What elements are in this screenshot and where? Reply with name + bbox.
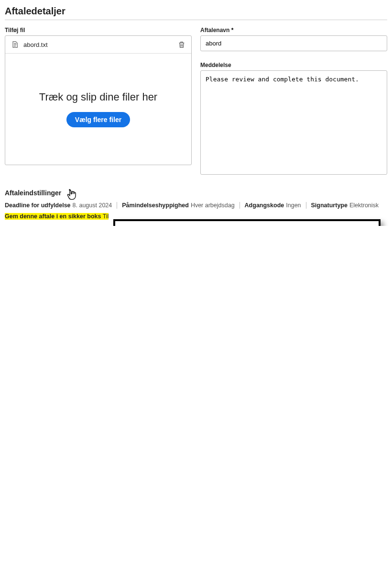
signature-label: Signaturtype bbox=[311, 202, 348, 209]
file-name: abord.txt bbox=[23, 41, 178, 48]
edit-settings-modal: Rediger aftaleindstillinger Deadline for… bbox=[113, 219, 381, 226]
agreement-name-input[interactable] bbox=[200, 35, 387, 51]
file-row: abord.txt bbox=[5, 36, 191, 54]
vault-summary-label: Gem denne aftale i en sikker boks bbox=[5, 213, 101, 220]
message-textarea[interactable] bbox=[200, 70, 387, 175]
settings-summary: Deadline for udfyldelse8. august 2024 På… bbox=[5, 202, 387, 209]
vault-summary-highlight: Gem denne aftale i en sikker boks Til bbox=[5, 213, 109, 220]
choose-more-files-button[interactable]: Vælg flere filer bbox=[66, 112, 130, 127]
reminder-label: Påmindelseshyppighed bbox=[122, 202, 189, 209]
reminder-value: Hver arbejdsdag bbox=[191, 202, 235, 209]
page-title: Aftaledetaljer bbox=[5, 6, 387, 17]
dropzone-text: Træk og slip dine filer her bbox=[39, 91, 157, 103]
dropzone[interactable]: Træk og slip dine filer her Vælg flere f… bbox=[5, 54, 191, 165]
password-value: Ingen bbox=[286, 202, 301, 209]
vault-summary-value: Til bbox=[103, 213, 109, 220]
divider bbox=[5, 20, 387, 20]
password-label: Adgangskode bbox=[245, 202, 284, 209]
deadline-value: 8. august 2024 bbox=[73, 202, 112, 209]
trash-icon[interactable] bbox=[178, 41, 185, 48]
document-icon bbox=[11, 41, 19, 48]
signature-value: Elektronisk bbox=[349, 202, 379, 209]
file-upload-box: abord.txt Træk og slip dine filer her Væ… bbox=[5, 35, 192, 165]
agreement-settings-header[interactable]: Aftaleindstillinger bbox=[5, 189, 61, 197]
deadline-label: Deadline for udfyldelse bbox=[5, 202, 71, 209]
add-file-label: Tilføj fil bbox=[5, 27, 192, 34]
cursor-hand-icon bbox=[66, 188, 79, 201]
agreement-name-label: Aftalenavn bbox=[200, 27, 387, 34]
message-label: Meddelelse bbox=[200, 62, 387, 68]
